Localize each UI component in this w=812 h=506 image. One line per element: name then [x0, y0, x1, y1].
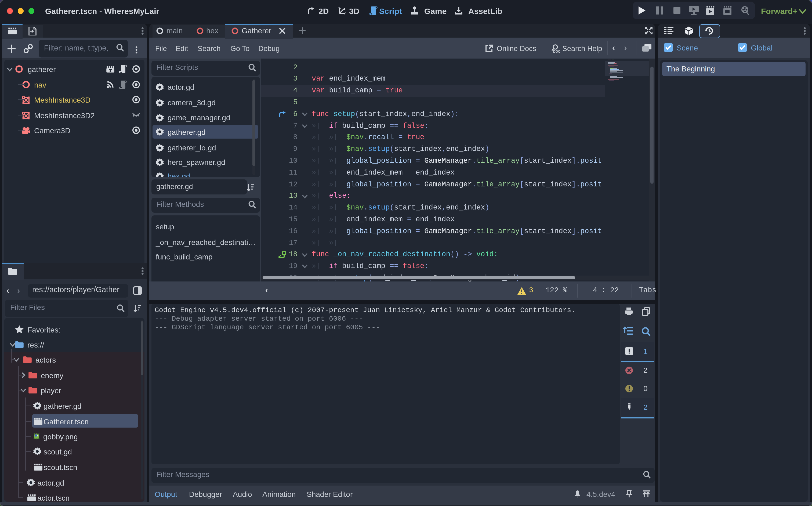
svg-text:DOC: DOC	[553, 50, 560, 53]
